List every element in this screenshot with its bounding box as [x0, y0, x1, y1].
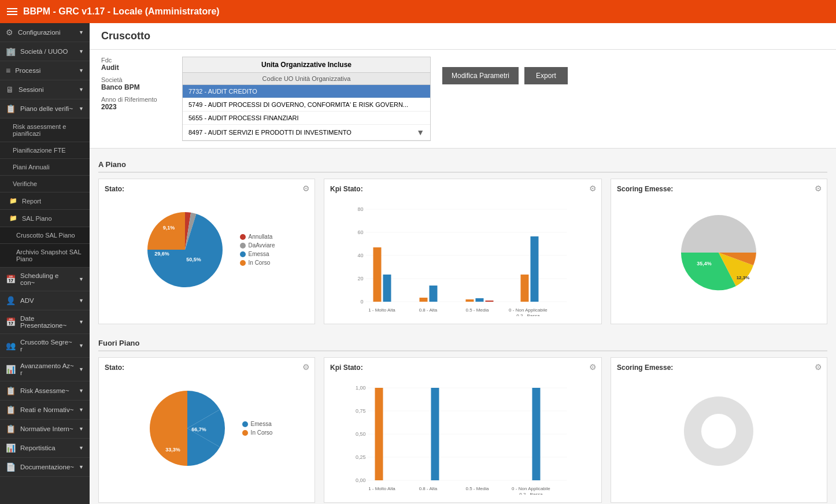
sidebar-item-reportistica[interactable]: 📊 Reportistica ▼	[0, 439, 90, 458]
fuori-piano-scoring-title: Scoring Emesse:	[617, 364, 821, 372]
sidebar-item-label: Piano delle verifi~	[20, 105, 73, 112]
legend-label-incorso: In Corso	[249, 260, 271, 266]
sidebar-item-label: SAL Piano	[22, 215, 52, 222]
dropdown-header: Unita Organizzative Incluse	[183, 57, 430, 73]
sidebar-item-verifiche[interactable]: Verifiche	[0, 176, 90, 192]
uo-dropdown[interactable]: Unita Organizzative Incluse Codice UO Un…	[182, 57, 431, 141]
sidebar-item-processi[interactable]: ≡ Processi ▼	[0, 61, 90, 80]
dropdown-item-0[interactable]: 7732 - AUDIT CREDITO	[183, 85, 430, 98]
svg-text:60: 60	[357, 229, 363, 235]
legend-incorso: In Corso	[240, 260, 275, 266]
sidebar-item-label: Normative Intern~	[20, 425, 73, 432]
fuori-stato-legend: Emessa In Corso	[242, 421, 273, 436]
app-header: BBPM - GRC v1.17 - Locale (Amministrator…	[0, 0, 836, 23]
sidebar-item-normative-intern[interactable]: 📋 Normative Intern~ ▼	[0, 420, 90, 439]
sidebar-item-sal-piano[interactable]: 📁 SAL Piano	[0, 210, 90, 227]
svg-rect-41	[375, 388, 383, 480]
scoring-pie-svg: 35,4% 12,3%	[672, 206, 765, 299]
sidebar-item-avanzamento[interactable]: 📊 Avanzamento Az~ r ▼	[0, 358, 90, 381]
svg-text:9,1%: 9,1%	[162, 225, 175, 231]
legend-dot-annullata	[240, 234, 246, 240]
folder-icon: 📁	[9, 197, 17, 205]
sidebar-item-societa[interactable]: 🏢 Società / UUOO ▼	[0, 42, 90, 61]
calendar-icon: 📅	[6, 275, 16, 284]
dropdown-item-3[interactable]: 8497 - AUDIT SERVIZI E PRODOTTI DI INVES…	[183, 125, 430, 140]
fuori-stato-pie-svg: 66,7% 33,3%	[141, 382, 234, 475]
modifica-parametri-button[interactable]: Modifica Parametri	[442, 67, 519, 84]
svg-rect-43	[532, 388, 541, 480]
sidebar-item-date-presentazione[interactable]: 📅 Date Presentazione~ ▼	[0, 310, 90, 334]
sidebar-item-sessioni[interactable]: 🖥 Sessioni ▼	[0, 80, 90, 99]
sidebar-item-piani-annuali[interactable]: Piani Annuali	[0, 159, 90, 176]
sidebar-item-label: Cruscotto Segre~ r	[20, 339, 74, 353]
hamburger-menu[interactable]	[7, 8, 17, 15]
chevron-icon: ▼	[79, 407, 84, 413]
fuori-scoring-pie-container	[617, 376, 821, 486]
sidebar-item-label: Processi	[15, 67, 40, 74]
svg-text:0.8 - Alta: 0.8 - Alta	[419, 307, 438, 313]
chevron-icon: ▼	[79, 68, 84, 73]
societa-value: Banco BPM	[101, 83, 171, 91]
fuori-kpi-gear-icon[interactable]: ⚙	[589, 362, 597, 372]
legend-annullata: Annullata	[240, 234, 275, 240]
sidebar-item-reati[interactable]: 📋 Reati e Normativ~ ▼	[0, 401, 90, 420]
sidebar-item-piano-verifiche[interactable]: 📋 Piano delle verifi~ ▼	[0, 99, 90, 118]
chevron-icon: ▼	[79, 343, 84, 349]
fdc-value: Audit	[101, 64, 171, 72]
sidebar-item-risk-assessme[interactable]: 📋 Risk Assessme~ ▼	[0, 381, 90, 401]
main-content: Cruscotto Fdc Audit Società Banco BPM An…	[90, 23, 836, 504]
export-button[interactable]: Export	[524, 67, 568, 84]
scoring-pie-container: 35,4% 12,3%	[617, 198, 821, 307]
list-icon: ≡	[6, 66, 10, 75]
svg-rect-14	[383, 275, 391, 302]
sidebar-item-label: Verifiche	[13, 180, 37, 187]
svg-text:80: 80	[357, 206, 363, 212]
svg-rect-21	[531, 236, 539, 302]
sidebar-item-cruscotto-segre[interactable]: 👥 Cruscotto Segre~ r ▼	[0, 334, 90, 358]
svg-text:35,4%: 35,4%	[697, 261, 712, 266]
dropdown-item-2[interactable]: 5655 - AUDIT PROCESSI FINANZIARI	[183, 112, 430, 125]
legend-label-annullata: Annullata	[249, 234, 273, 240]
stato-gear-icon[interactable]: ⚙	[302, 184, 310, 193]
scoring-gear-icon[interactable]: ⚙	[815, 184, 822, 193]
fuori-scoring-gear-icon[interactable]: ⚙	[815, 362, 822, 372]
svg-rect-15	[420, 298, 428, 302]
sidebar-item-label: Archivio Snapshot SAL Piano	[16, 249, 84, 262]
sidebar-sub-verifiche: Risk assessment e pianificazi Pianificaz…	[0, 118, 90, 268]
fuori-kpi-bar-svg: 1,00 0,75 0,50 0,25 0,00	[333, 379, 593, 495]
sidebar-item-label: Risk Assessme~	[20, 387, 69, 394]
sidebar-item-documentazione[interactable]: 📄 Documentazione~ ▼	[0, 458, 90, 477]
svg-text:0: 0	[360, 299, 363, 305]
sidebar-item-report[interactable]: 📁 Report	[0, 192, 90, 210]
kpi-gear-icon[interactable]: ⚙	[589, 184, 597, 193]
sidebar-item-label: Pianificazione FTE	[13, 147, 66, 154]
sidebar-item-label: Documentazione~	[20, 464, 74, 470]
chevron-icon: ▼	[79, 464, 84, 470]
sidebar-item-adv[interactable]: 👤 ADV ▼	[0, 291, 90, 310]
svg-rect-16	[430, 286, 438, 302]
svg-text:1 - Molto Alta: 1 - Molto Alta	[368, 486, 395, 491]
sidebar-item-archivio-snapshot[interactable]: Archivio Snapshot SAL Piano	[0, 244, 90, 268]
a-piano-stato-title: Stato:	[105, 185, 309, 193]
svg-text:1 - Molto Alta: 1 - Molto Alta	[368, 307, 395, 313]
sidebar-item-cruscotto-sal[interactable]: Cruscotto SAL Piano	[0, 227, 90, 244]
sidebar-item-pianificazione-fte[interactable]: Pianificazione FTE	[0, 142, 90, 159]
a-piano-kpi-title: Kpi Stato:	[330, 185, 595, 193]
sidebar-item-label: Date Presentazione~	[20, 315, 74, 329]
content-area: A Piano Stato: ⚙	[90, 149, 836, 504]
sidebar: ⚙ Configurazioni ▼ 🏢 Società / UUOO ▼ ≡ …	[0, 23, 90, 504]
a-piano-kpi-card: Kpi Stato: ⚙ 80 60 40 20	[324, 179, 602, 324]
legend-dot-incorso2	[242, 430, 248, 436]
svg-text:0.2 - Bassa: 0.2 - Bassa	[519, 492, 543, 495]
fuori-stato-gear-icon[interactable]: ⚙	[302, 362, 310, 372]
sidebar-item-configurazioni[interactable]: ⚙ Configurazioni ▼	[0, 23, 90, 42]
doc2-icon: 📋	[6, 424, 16, 433]
dropdown-item-1[interactable]: 5749 - AUDIT PROCESSI DI GOVERNO, CONFOR…	[183, 98, 430, 112]
svg-text:0.5 - Media: 0.5 - Media	[465, 486, 489, 491]
legend-emessa: Emessa	[240, 251, 275, 257]
svg-text:0.8 - Alta: 0.8 - Alta	[419, 486, 438, 491]
legend-dot-incorso	[240, 260, 246, 266]
sidebar-item-scheduling[interactable]: 📅 Scheduling e con~ ▼	[0, 268, 90, 291]
legend-dot-emessa	[240, 251, 246, 257]
sidebar-item-risk-assessment[interactable]: Risk assessment e pianificazi	[0, 118, 90, 142]
